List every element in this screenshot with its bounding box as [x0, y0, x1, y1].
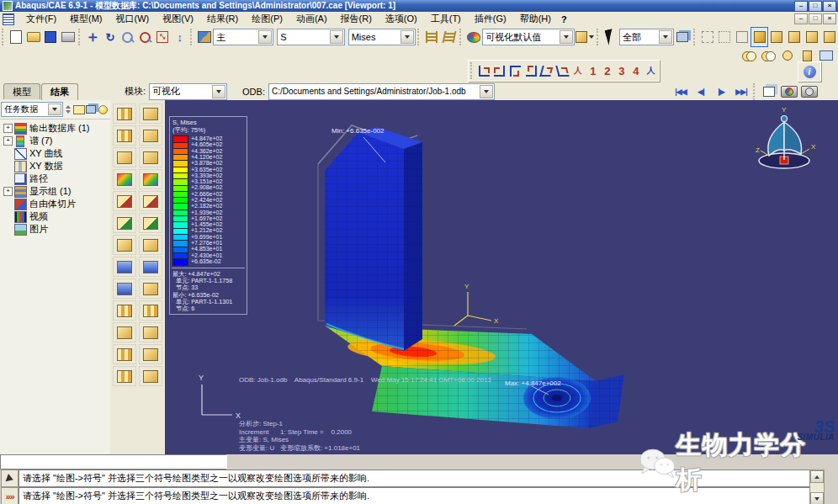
- close-button[interactable]: ×: [823, 1, 836, 12]
- tree-filter-combo[interactable]: 任务数据: [1, 102, 63, 117]
- toolbox-button[interactable]: [113, 344, 136, 364]
- menu-item[interactable]: 视口(W): [109, 12, 156, 26]
- select-from-overlap-button[interactable]: [674, 27, 692, 47]
- selection-filter-combo[interactable]: 全部: [619, 29, 674, 45]
- toolbox-button[interactable]: [139, 322, 162, 342]
- first-frame-button[interactable]: |◀◀: [671, 82, 691, 102]
- tree-item[interactable]: + 输出数据库 (1): [2, 122, 110, 135]
- toolbox-button[interactable]: [113, 235, 136, 255]
- mdi-close-button[interactable]: ×: [823, 13, 836, 24]
- magnify-view-button[interactable]: [119, 27, 136, 47]
- toolbox-button[interactable]: [113, 169, 136, 189]
- tree-item[interactable]: 自由体切片: [2, 198, 110, 210]
- open-file-button[interactable]: [24, 27, 42, 47]
- back-view-button[interactable]: [491, 62, 507, 79]
- wireframe-render-button[interactable]: [698, 27, 716, 47]
- prompt-arrow-button[interactable]: [1, 470, 19, 487]
- module-combo[interactable]: 可视化: [149, 83, 227, 100]
- plot-state-combo[interactable]: 主: [213, 29, 273, 45]
- new-file-button[interactable]: [8, 27, 25, 47]
- toolbar-grip[interactable]: [459, 29, 464, 45]
- view-cube-2-button[interactable]: [786, 27, 804, 47]
- color-cube-dropdown-button[interactable]: [575, 27, 595, 47]
- toolbox-button[interactable]: [113, 322, 136, 342]
- boolean-remove-icon[interactable]: [777, 45, 797, 66]
- print-button[interactable]: [60, 27, 77, 47]
- menu-item[interactable]: 视图(V): [156, 12, 200, 26]
- collapse-all-icon[interactable]: [73, 103, 85, 116]
- toolbar-grip[interactable]: [78, 29, 82, 45]
- expand-icon[interactable]: +: [3, 124, 13, 133]
- box-zoom-button[interactable]: [136, 27, 154, 47]
- toolbox-button[interactable]: [139, 366, 162, 386]
- menu-item[interactable]: 插件(G): [468, 12, 513, 26]
- custom-view-button[interactable]: 人: [643, 62, 659, 79]
- toolbox-button[interactable]: [113, 279, 136, 299]
- last-frame-button[interactable]: ▶▶|: [731, 82, 751, 102]
- expand-icon[interactable]: +: [3, 136, 13, 146]
- toolbox-button[interactable]: [139, 300, 162, 321]
- toolbox-button[interactable]: [113, 300, 136, 321]
- tips-lightbulb-icon[interactable]: [98, 103, 109, 116]
- user-view-button[interactable]: 1: [586, 62, 600, 79]
- tree-item[interactable]: 图片: [2, 223, 110, 236]
- tab-model[interactable]: 模型: [3, 83, 40, 99]
- menu-item[interactable]: 文件(F): [19, 12, 63, 26]
- print-color-button[interactable]: [779, 82, 799, 102]
- toolbox-button[interactable]: [139, 257, 162, 277]
- pan-view-button[interactable]: ✛: [84, 27, 102, 47]
- tree-item[interactable]: XY 曲线: [2, 147, 110, 160]
- toolbar-grip[interactable]: [693, 29, 697, 45]
- boolean-add-icon[interactable]: [758, 45, 777, 66]
- user-view-button[interactable]: 3: [614, 62, 628, 79]
- toolbar-grip[interactable]: [2, 29, 6, 45]
- shaded-render-button[interactable]: [750, 27, 768, 47]
- toolbox-button[interactable]: [139, 213, 162, 233]
- tree-item[interactable]: XY 数据: [2, 160, 110, 172]
- tree-item[interactable]: + 显示组 (1): [2, 185, 110, 198]
- field-variable-combo[interactable]: S: [277, 29, 344, 45]
- rotate-view-button[interactable]: ↻: [102, 27, 119, 47]
- view-cube-3-button[interactable]: [803, 27, 820, 47]
- prompt-box[interactable]: [0, 454, 227, 470]
- copy-viewport-button[interactable]: [759, 82, 779, 102]
- toolbox-button[interactable]: [139, 279, 162, 299]
- user-view-button[interactable]: 2: [600, 62, 614, 79]
- tree-spinner[interactable]: [66, 105, 71, 114]
- toolbar-grip[interactable]: [470, 62, 475, 79]
- sync-tree-icon[interactable]: [85, 103, 97, 116]
- viewport[interactable]: Y X Y X Z X Y: [165, 100, 838, 454]
- menu-item[interactable]: 选项(O): [379, 12, 424, 26]
- toolbox-button[interactable]: [113, 257, 136, 277]
- perspective-button[interactable]: [734, 27, 751, 47]
- user-view-button[interactable]: 4: [628, 62, 643, 79]
- previous-frame-button[interactable]: ◀|: [691, 82, 711, 102]
- top-view-button[interactable]: [507, 62, 523, 79]
- bottom-view-button[interactable]: [523, 62, 539, 79]
- toolbox-button[interactable]: [139, 169, 162, 189]
- ladder-tool-button[interactable]: [423, 27, 441, 47]
- toolbar-grip[interactable]: [417, 29, 422, 45]
- toolbox-button[interactable]: [139, 191, 162, 211]
- left-view-button[interactable]: [538, 62, 554, 79]
- color-code-combo[interactable]: 可视化默认值: [482, 29, 574, 45]
- toolbox-button[interactable]: [113, 103, 136, 124]
- menu-item[interactable]: 工具(T): [424, 12, 468, 26]
- save-button[interactable]: [42, 27, 60, 47]
- toolbar-grip[interactable]: [597, 29, 601, 45]
- right-view-button[interactable]: [554, 62, 570, 79]
- toolbox-button[interactable]: [113, 366, 136, 386]
- tree-item[interactable]: 视频: [2, 210, 110, 223]
- odb-combo[interactable]: C:/Documents and Settings/Administrator/…: [268, 83, 495, 100]
- menu-item[interactable]: 帮助(H): [513, 12, 558, 26]
- menu-item[interactable]: 结果(R): [200, 12, 245, 26]
- maximize-button[interactable]: □: [809, 1, 822, 12]
- front-view-button[interactable]: [476, 62, 492, 79]
- query-info-button[interactable]: i: [798, 61, 821, 82]
- toolbox-button[interactable]: [113, 213, 136, 233]
- hidden-line-render-button[interactable]: [716, 27, 734, 47]
- dynamic-zoom-button[interactable]: ↕: [171, 27, 188, 47]
- mdi-restore-button[interactable]: □: [809, 13, 822, 24]
- expand-messages-button[interactable]: »»: [1, 487, 19, 504]
- minimize-button[interactable]: –: [794, 1, 808, 12]
